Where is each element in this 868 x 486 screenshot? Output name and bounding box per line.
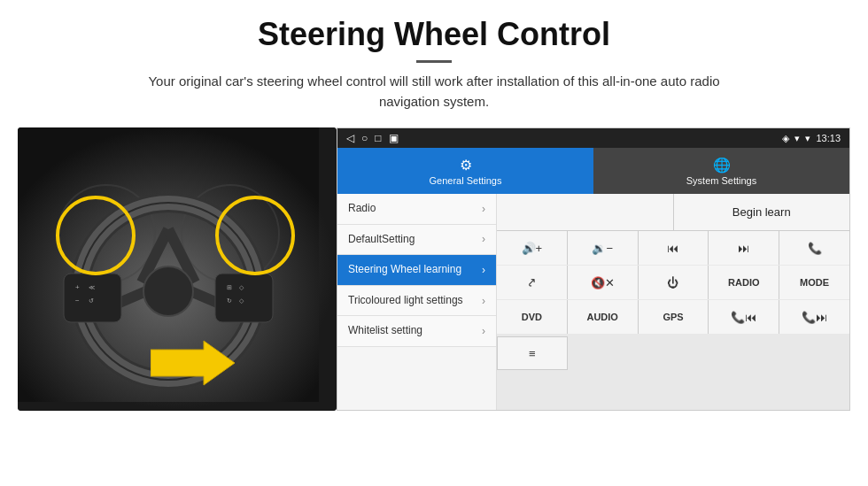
svg-text:↺: ↺: [89, 297, 94, 304]
svg-rect-16: [215, 274, 273, 322]
subtitle: Your original car's steering wheel contr…: [124, 72, 744, 112]
car-image-bg: + − ≪ ↺ ⊞ ◇ ↻ ◇: [18, 127, 337, 411]
phone-prev-icon: 📞⏮: [731, 311, 756, 324]
buttons-grid-row3: DVD AUDIO GPS 📞⏮ 📞⏭: [497, 300, 849, 334]
audio-button[interactable]: AUDIO: [568, 300, 638, 334]
signal-icon: ▾: [805, 133, 810, 144]
hang-up-icon: ↩: [523, 274, 539, 290]
yellow-circle-right: [215, 196, 295, 275]
car-image-panel: + − ≪ ↺ ⊞ ◇ ↻ ◇: [18, 127, 337, 411]
content-area: Radio › DefaultSetting › Steering Wheel …: [337, 194, 849, 410]
svg-text:≪: ≪: [89, 284, 95, 290]
power-button[interactable]: ⏻: [639, 266, 709, 299]
svg-text:⊞: ⊞: [227, 284, 232, 290]
svg-point-10: [143, 266, 193, 316]
dvd-label: DVD: [522, 312, 542, 322]
page-wrapper: Steering Wheel Control Your original car…: [0, 0, 868, 486]
right-panel: Begin learn 🔊+ 🔉− ⏮: [497, 194, 849, 410]
begin-learn-button[interactable]: Begin learn: [674, 194, 850, 230]
phone-next-icon: 📞⏭: [802, 311, 827, 324]
power-icon: ⏻: [667, 276, 678, 289]
phone-prev-button[interactable]: 📞⏮: [709, 300, 779, 334]
chevron-icon-whitelist: ›: [482, 325, 485, 337]
buttons-grid-row1: 🔊+ 🔉− ⏮ ⏭ 📞: [497, 231, 849, 265]
menu-item-steering-label: Steering Wheel learning: [348, 263, 461, 277]
prev-track-button[interactable]: ⏮: [639, 231, 709, 265]
svg-marker-21: [151, 341, 235, 385]
audio-label: AUDIO: [586, 312, 617, 322]
phone-answer-button[interactable]: 📞: [779, 231, 849, 265]
gps-icon: ◈: [782, 133, 789, 144]
menu-item-tricoloured[interactable]: Tricoloured light settings ›: [337, 286, 496, 317]
menu-item-radio-label: Radio: [348, 202, 376, 216]
yellow-arrow: [151, 336, 239, 393]
menu-icon-button[interactable]: ≡: [497, 336, 568, 370]
header-section: Steering Wheel Control Your original car…: [0, 0, 868, 120]
menu-list-icon: ≡: [529, 347, 536, 360]
clock: 13:13: [816, 133, 841, 143]
screenshot-icon: ▣: [389, 132, 399, 144]
buttons-grid-row2: ↩ 🔇✕ ⏻ RADIO MODE: [497, 266, 849, 299]
menu-item-default-label: DefaultSetting: [348, 233, 415, 247]
page-title: Steering Wheel Control: [35, 16, 833, 53]
tab-general[interactable]: ⚙ General Settings: [337, 148, 593, 194]
general-settings-icon: ⚙: [460, 157, 472, 174]
empty-cell: [497, 194, 674, 230]
system-settings-icon: 🌐: [713, 157, 731, 174]
android-panel: ◁ ○ □ ▣ ◈ ▾ ▾ 13:13 ⚙ General Settings: [337, 127, 850, 411]
chevron-icon-default: ›: [482, 233, 485, 245]
mode-button[interactable]: MODE: [779, 266, 849, 299]
title-divider: [416, 60, 452, 63]
svg-text:+: +: [75, 283, 80, 291]
vol-down-icon: 🔉−: [592, 242, 613, 255]
radio-button[interactable]: RADIO: [709, 266, 779, 299]
mute-icon: 🔇✕: [591, 276, 615, 289]
next-icon: ⏭: [738, 242, 749, 255]
mute-button[interactable]: 🔇✕: [568, 266, 638, 299]
gps-label: GPS: [663, 312, 683, 322]
hang-up-button[interactable]: ↩: [497, 266, 567, 299]
wifi-icon: ▾: [794, 133, 800, 144]
next-track-button[interactable]: ⏭: [709, 231, 779, 265]
chevron-icon-radio: ›: [482, 203, 485, 215]
menu-item-whitelist-label: Whitelist setting: [348, 324, 422, 338]
home-icon: ○: [361, 132, 368, 144]
menu-item-steering[interactable]: Steering Wheel learning ›: [337, 255, 496, 286]
svg-text:↻: ↻: [227, 297, 232, 304]
menu-item-tricoloured-label: Tricoloured light settings: [348, 294, 463, 308]
gps-button[interactable]: GPS: [639, 300, 709, 334]
main-content: + − ≪ ↺ ⊞ ◇ ↻ ◇: [0, 120, 868, 486]
status-icons-left: ◁ ○ □ ▣: [346, 132, 399, 144]
status-bar: ◁ ○ □ ▣ ◈ ▾ ▾ 13:13: [337, 128, 849, 148]
vol-up-button[interactable]: 🔊+: [497, 231, 567, 265]
radio-label: RADIO: [728, 277, 759, 288]
vol-up-icon: 🔊+: [522, 242, 543, 255]
left-menu: Radio › DefaultSetting › Steering Wheel …: [337, 194, 497, 410]
recent-icon: □: [375, 132, 381, 144]
tab-system-label: System Settings: [686, 175, 756, 186]
chevron-icon-tricoloured: ›: [482, 295, 485, 307]
svg-text:−: −: [75, 297, 80, 305]
settings-tabs: ⚙ General Settings 🌐 System Settings: [337, 148, 849, 194]
mode-label: MODE: [800, 277, 829, 288]
chevron-icon-steering: ›: [482, 264, 485, 276]
status-right: ◈ ▾ ▾ 13:13: [782, 133, 841, 144]
right-top-row: Begin learn: [497, 194, 849, 231]
menu-item-default[interactable]: DefaultSetting ›: [337, 225, 496, 256]
tab-system[interactable]: 🌐 System Settings: [593, 148, 849, 194]
menu-item-whitelist[interactable]: Whitelist setting ›: [337, 316, 496, 347]
tab-general-label: General Settings: [430, 175, 502, 186]
menu-item-radio[interactable]: Radio ›: [337, 194, 496, 225]
phone-next-button[interactable]: 📞⏭: [779, 300, 849, 334]
vol-down-button[interactable]: 🔉−: [568, 231, 638, 265]
yellow-circle-left: [56, 196, 136, 275]
dvd-button[interactable]: DVD: [497, 300, 567, 334]
prev-icon: ⏮: [667, 242, 678, 255]
phone-icon: 📞: [808, 242, 822, 255]
back-icon: ◁: [346, 132, 354, 144]
